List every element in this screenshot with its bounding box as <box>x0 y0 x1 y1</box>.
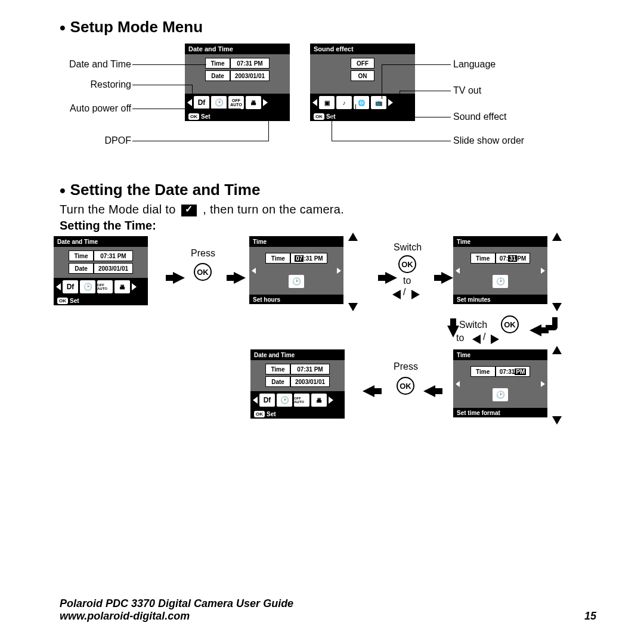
nav-left-icon <box>252 268 256 274</box>
footer-text: Set <box>70 298 79 304</box>
callout-line <box>132 64 206 65</box>
footer-text: Set <box>326 113 336 120</box>
lcd-title: Date and Time <box>185 44 290 54</box>
callout-date-time: Date and Time <box>60 59 131 70</box>
callout-line <box>382 64 382 99</box>
nav-right-icon <box>541 268 545 274</box>
left-arrow-icon <box>472 335 481 344</box>
date-value: 2003/01/01 <box>94 263 133 274</box>
setup-diagram: Date and Time Time 07:31 PM Date 2003/01… <box>60 44 596 163</box>
nav-right-icon <box>329 397 333 404</box>
up-arrow-icon <box>552 346 562 354</box>
press-label: Press <box>394 361 418 372</box>
press-label: Press <box>191 248 215 259</box>
callout-line <box>332 141 451 141</box>
arrow-right-icon <box>173 272 185 284</box>
lcd-footer: Set time format <box>453 408 547 417</box>
ok-badge-icon: OK <box>314 113 324 120</box>
lcd-footer: Set hours <box>249 295 343 304</box>
callout-line <box>355 117 451 117</box>
switch-label: Switch <box>394 242 422 253</box>
lcd-title: Date and Time <box>250 349 345 360</box>
footer-text: Set time format <box>457 410 500 416</box>
lcd-title: Date and Time <box>54 236 148 247</box>
up-arrow-icon <box>348 233 358 241</box>
lcd-step-hours: Time Time 07:31 PM Set hours <box>249 236 343 304</box>
instr-pre: Turn the Mode dial to <box>60 203 179 216</box>
right-arrow-icon <box>411 290 420 299</box>
time-label: Time <box>470 253 496 264</box>
nav-left-icon <box>456 381 460 387</box>
up-arrow-icon <box>552 233 562 241</box>
callout-dpof: DPOF <box>60 135 131 146</box>
clock-icon <box>277 394 292 407</box>
offauto-icon: OFF AUTO <box>97 280 113 293</box>
nav-left-icon <box>253 397 258 404</box>
date-value: 2003/01/01 <box>230 70 270 81</box>
lcd-title: Time <box>453 236 547 247</box>
ok-button-icon: OK <box>397 377 414 395</box>
df-icon: Df <box>194 96 209 109</box>
nav-left-icon <box>312 99 317 106</box>
arrow-down-icon <box>447 326 459 338</box>
time-value: 07:31 PM <box>496 366 531 377</box>
right-arrow-icon <box>491 335 499 344</box>
section-setup-mode: Setup Mode Menu Date and Time Time 07:31… <box>60 18 596 163</box>
time-label: Time <box>69 250 94 261</box>
callout-line <box>400 91 451 91</box>
lcd-date-time: Date and Time Time 07:31 PM Date 2003/01… <box>185 44 290 121</box>
lcd-step1: Date and Time Time 07:31 PM Date 2003/01… <box>54 236 148 305</box>
lcd-body: OFF ON <box>310 54 415 94</box>
time-value: 07:31 PM <box>290 364 330 374</box>
lcd-footer: OK Set <box>185 112 290 121</box>
clock-icon <box>493 275 508 288</box>
date-label: Date <box>265 376 290 387</box>
lcd-footer: OK Set <box>250 409 345 419</box>
lcd-body: Time 07:31 PM Date 2003/01/01 <box>250 360 345 391</box>
lcd-step-final: Date and Time Time 07:31 PM Date 2003/01… <box>250 349 345 419</box>
sound-on: ON <box>351 70 374 81</box>
footer-text: Set minutes <box>457 296 491 303</box>
lcd-body: Time 07:31 PM Date 2003/01/01 <box>54 247 148 278</box>
lcd-title: Time <box>249 236 343 247</box>
nav-left-icon <box>187 99 192 106</box>
time-value: 07:31 PM <box>94 250 133 261</box>
callout-language: Language <box>453 59 496 70</box>
highlight-hour: 07 <box>295 255 304 262</box>
date-label: Date <box>69 263 94 274</box>
arrow-left-icon <box>530 324 541 336</box>
offauto-icon: OFF AUTO <box>294 394 309 407</box>
mode-dial-icon <box>181 205 197 216</box>
ok-badge-icon: OK <box>188 113 199 120</box>
heading-setting: Setting the Date and Time <box>60 181 596 200</box>
lcd-body: Time 07:31 PM <box>453 247 547 295</box>
footer-text: Set <box>267 411 276 417</box>
arrow-left-icon <box>363 385 374 397</box>
clock-icon <box>493 388 508 401</box>
page-number: 15 <box>584 610 596 623</box>
lcd-title: Sound effect <box>310 44 415 54</box>
down-arrow-icon <box>552 303 562 311</box>
slash: / <box>483 332 485 342</box>
callout-line <box>400 91 400 104</box>
lcd-body: Time 07:31 PM <box>249 247 343 295</box>
df-icon: Df <box>259 394 275 407</box>
flow-diagram: Date and Time Time 07:31 PM Date 2003/01… <box>60 236 596 487</box>
nav-left-icon <box>56 283 61 290</box>
lcd-body: Time 07:31 PM Date 2003/01/01 <box>185 54 290 94</box>
nav-right-icon <box>388 99 393 106</box>
callout-auto-poweroff: Auto power off <box>60 103 131 114</box>
callout-sound: Sound effect <box>453 112 507 122</box>
time-label: Time <box>470 366 496 377</box>
heading-setup: Setup Mode Menu <box>60 18 596 38</box>
time-label: Time <box>265 253 290 264</box>
page-footer: Polaroid PDC 3370 Digital Camera User Gu… <box>60 597 596 623</box>
highlight-min: 31 <box>508 255 517 262</box>
down-arrow-icon <box>348 303 358 311</box>
ok-button-icon: OK <box>501 315 519 333</box>
print-icon: 🖶 <box>311 394 327 407</box>
instr-post: , then turn on the camera. <box>203 203 344 216</box>
down-arrow-icon <box>552 416 562 425</box>
heading-setting-time: Setting the Time: <box>60 219 596 233</box>
sound-off: OFF <box>351 58 374 69</box>
